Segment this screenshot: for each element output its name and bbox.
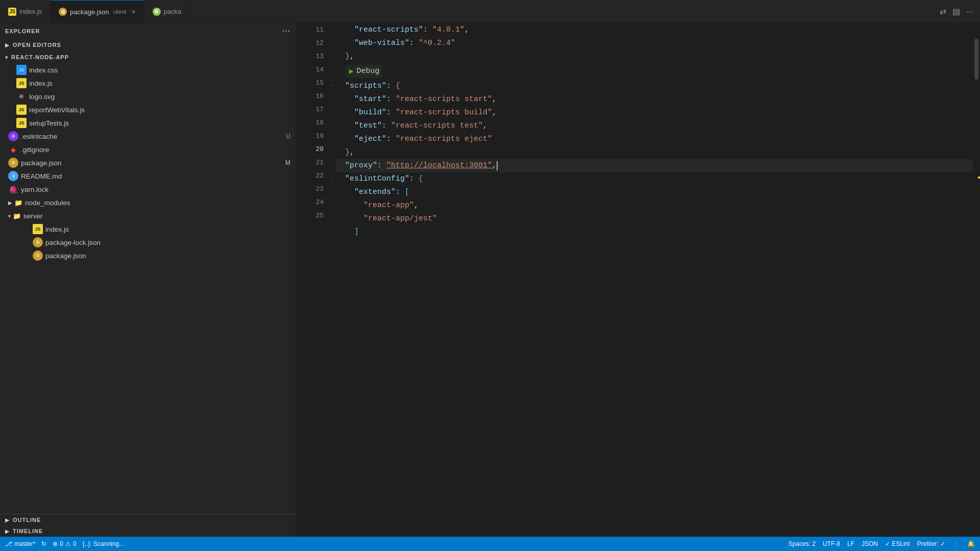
debug-label: Debug bbox=[356, 65, 379, 78]
file-gitignore-label: .gitignore bbox=[21, 146, 296, 154]
code-line-24: "react-app/jest" bbox=[336, 212, 973, 226]
json-file-icon-server: ⚙ bbox=[33, 251, 43, 261]
tab-close-button[interactable]: × bbox=[131, 8, 135, 16]
explorer-title: EXPLORER bbox=[5, 28, 40, 34]
status-bar-right: Spaces: 2 UTF-8 LF JSON ✓ ESLint Prettie… bbox=[789, 540, 975, 547]
git-branch[interactable]: ⎇ master* bbox=[5, 540, 35, 547]
file-server-package-json[interactable]: ⚙ package.json bbox=[0, 249, 296, 262]
spaces-indicator[interactable]: Spaces: 2 bbox=[789, 540, 816, 547]
json-file-icon: ⚙ bbox=[8, 158, 18, 168]
code-line-22: "extends": [ bbox=[336, 186, 973, 199]
scrollbar-thumb bbox=[974, 39, 978, 80]
spaces-label: Spaces: 2 bbox=[789, 540, 816, 547]
status-bar-left: ⎇ master* ↻ ⊗ 0 ⚠ 0 {..}: Scanning... bbox=[5, 540, 124, 547]
more-actions-icon[interactable]: ··· bbox=[964, 5, 975, 18]
encoding-label: UTF-8 bbox=[823, 540, 840, 547]
file-report-web-vitals[interactable]: JS reportWebVitals.js bbox=[0, 103, 296, 116]
js-file-icon-server: JS bbox=[33, 224, 43, 234]
ln-16: 16 bbox=[296, 90, 324, 103]
language-indicator[interactable]: JSON bbox=[862, 540, 878, 547]
git-icon: ⎇ bbox=[5, 540, 12, 547]
server-folder-icon: 📁 bbox=[13, 212, 21, 220]
outline-header[interactable]: ▶ OUTLINE bbox=[0, 514, 296, 525]
ln-21: 21 bbox=[296, 156, 324, 169]
ln-20: 20 bbox=[296, 143, 324, 156]
folder-node-modules[interactable]: ▶ 📁 node_modules bbox=[0, 196, 296, 209]
tab-badge-client: client bbox=[113, 9, 127, 15]
folder-server[interactable]: ▾ 📁 server bbox=[0, 209, 296, 222]
sidebar-bottom: ▶ OUTLINE ▶ TIMELINE bbox=[0, 514, 296, 537]
explorer-more-icon[interactable]: ··· bbox=[282, 27, 290, 36]
eslint-indicator[interactable]: ✓ ESLint bbox=[885, 540, 910, 547]
fold-21-icon: ▾ bbox=[331, 174, 332, 184]
eslint-badge: U bbox=[286, 133, 290, 140]
file-eslintcache[interactable]: ⚙ .eslintcache U bbox=[0, 130, 296, 143]
code-line-16: "build": "react-scripts build", bbox=[336, 106, 973, 119]
file-setup-tests[interactable]: JS setupTests.js bbox=[0, 116, 296, 130]
file-yarn-lock[interactable]: 🧶 yarn.lock bbox=[0, 183, 296, 196]
file-readme-label: README.md bbox=[21, 172, 296, 180]
branch-label: master* bbox=[14, 540, 35, 547]
file-yarn-lock-label: yarn.lock bbox=[21, 186, 296, 193]
user-icon[interactable]: 👤 bbox=[952, 540, 960, 547]
ln-14: 14 bbox=[296, 63, 324, 77]
errors-warnings[interactable]: ⊗ 0 ⚠ 0 bbox=[53, 540, 76, 547]
warning-icon: ⚠ bbox=[65, 540, 71, 547]
line-ending-label: LF bbox=[847, 540, 854, 547]
js-file-icon-3: JS bbox=[16, 118, 27, 128]
outline-chevron-icon: ▶ bbox=[5, 517, 10, 523]
ln-23: 23 bbox=[296, 183, 324, 196]
code-area[interactable]: "react-scripts": "4.0.1", "web-vitals": … bbox=[331, 23, 973, 537]
file-package-lock-json-label: package-lock.json bbox=[45, 239, 296, 246]
debug-badge-line: ▶ Debug bbox=[336, 63, 973, 80]
file-package-json[interactable]: ⚙ package.json M bbox=[0, 156, 296, 169]
file-gitignore[interactable]: ◆ .gitignore bbox=[0, 143, 296, 156]
scanning-label: {..}: Scanning... bbox=[83, 540, 124, 547]
package-json-badge: M bbox=[285, 159, 290, 166]
project-header[interactable]: ▾ REACT-NODE-APP bbox=[0, 51, 296, 63]
file-tree: JS index.css JS index.js ✳ logo.svg JS r… bbox=[0, 63, 296, 514]
code-line-20: "proxy": "http://localhost:3001", bbox=[336, 159, 973, 172]
file-package-lock-json[interactable]: ⚙ package-lock.json bbox=[0, 236, 296, 249]
ln-13: 13 bbox=[296, 50, 324, 63]
editor-content[interactable]: 11 12 13 14 15 16 17 18 19 20 21 22 23 2… bbox=[296, 23, 980, 537]
timeline-header[interactable]: ▶ TIMELINE bbox=[0, 525, 296, 537]
editor-scrollbar[interactable] bbox=[973, 23, 980, 537]
tab-bar-actions: ⇄ ▤ ··· bbox=[938, 5, 980, 18]
outline-label: OUTLINE bbox=[13, 517, 41, 523]
prettier-label: Prettier: ✓ bbox=[917, 540, 945, 547]
tab-package-json[interactable]: ⚙ package.json client × bbox=[51, 0, 144, 23]
explorer-header[interactable]: EXPLORER ··· bbox=[0, 23, 296, 39]
language-label: JSON bbox=[862, 540, 878, 547]
file-logo-svg[interactable]: ✳ logo.svg bbox=[0, 90, 296, 103]
tab-index-js[interactable]: JS index.js bbox=[0, 0, 51, 23]
open-editors-label: OPEN EDITORS bbox=[13, 42, 61, 48]
code-line-14: ▾ "scripts": { bbox=[336, 80, 973, 93]
file-readme[interactable]: ℹ README.md bbox=[0, 169, 296, 183]
bell-icon: 🔔 bbox=[967, 540, 975, 547]
code-line-17: "test": "react-scripts test", bbox=[336, 119, 973, 133]
status-bar: ⎇ master* ↻ ⊗ 0 ⚠ 0 {..}: Scanning... Sp… bbox=[0, 537, 980, 551]
eslint-file-icon: ⚙ bbox=[8, 131, 18, 141]
notifications-icon[interactable]: 🔔 bbox=[967, 540, 975, 547]
compare-icon[interactable]: ⇄ bbox=[938, 5, 948, 18]
prettier-indicator[interactable]: Prettier: ✓ bbox=[917, 540, 945, 547]
tab-bar: JS index.js ⚙ package.json client × ⚙ pa… bbox=[0, 0, 980, 23]
folder-node-modules-label: node_modules bbox=[25, 199, 70, 207]
file-index-js[interactable]: JS index.js bbox=[0, 77, 296, 90]
line-ending-indicator[interactable]: LF bbox=[847, 540, 854, 547]
timeline-chevron-icon: ▶ bbox=[5, 529, 10, 534]
tab-packa[interactable]: ⚙ packa bbox=[144, 0, 190, 23]
open-editors-header[interactable]: ▶ OPEN EDITORS bbox=[0, 39, 296, 51]
file-server-index-js[interactable]: JS index.js bbox=[0, 222, 296, 236]
file-server-index-js-label: index.js bbox=[45, 226, 296, 233]
sync-icon: ↻ bbox=[41, 540, 46, 547]
sync-button[interactable]: ↻ bbox=[41, 540, 46, 547]
editor-area: 11 12 13 14 15 16 17 18 19 20 21 22 23 2… bbox=[296, 23, 980, 537]
code-line-12: "web-vitals": "^0.2.4" bbox=[336, 37, 973, 50]
code-line-15: "start": "react-scripts start", bbox=[336, 93, 973, 106]
encoding-indicator[interactable]: UTF-8 bbox=[823, 540, 840, 547]
yarn-file-icon: 🧶 bbox=[8, 184, 18, 194]
file-index-css[interactable]: JS index.css bbox=[0, 63, 296, 77]
layout-icon[interactable]: ▤ bbox=[950, 5, 962, 18]
